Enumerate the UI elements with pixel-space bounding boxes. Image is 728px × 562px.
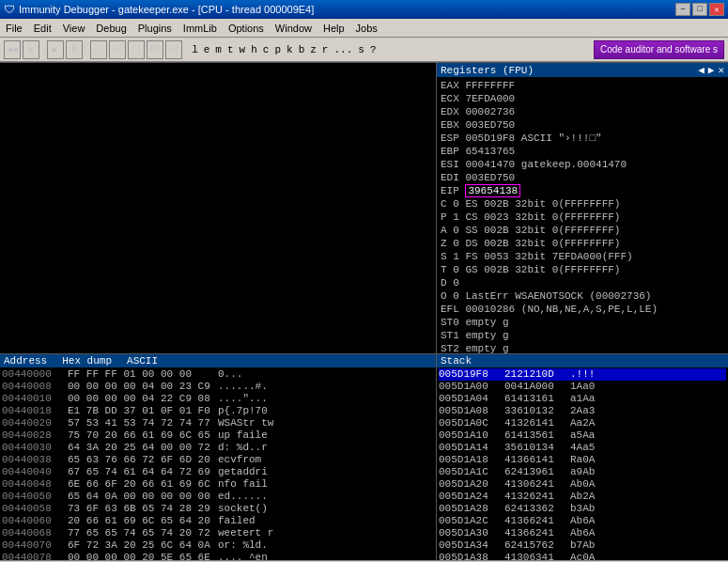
stack-row: 005D1A14356101344Aa5 xyxy=(439,442,726,454)
dump-row: 0044006877 65 65 74 65 74 20 72weetert r xyxy=(2,527,434,539)
stack-row: 005D1A08336101322Aa3 xyxy=(439,405,726,417)
toolbar-step[interactable]: ✕ xyxy=(23,40,39,59)
disassembly-panel[interactable] xyxy=(0,63,437,353)
stack-row: 005D1A000041A0001Aa0 xyxy=(439,381,726,393)
dump-row: 004400486E 66 6F 20 66 61 69 6Cnfo fail xyxy=(2,478,434,491)
stack-row: 005D1A3462415762b7Ab xyxy=(439,539,726,552)
toolbar-c: c xyxy=(261,44,271,55)
toolbar-l: l xyxy=(190,44,200,55)
fpu-line: ST2 empty g xyxy=(441,342,724,353)
dump-panel[interactable]: Address Hex dump ASCII 00440000FF FF FF … xyxy=(0,354,437,560)
stack-row: 005D1A3041366241Ab6A xyxy=(439,527,726,539)
toolbar-step-into[interactable]: ↓! xyxy=(90,40,107,59)
flag-line: Z 0 DS 002B 32bit 0(FFFFFFFF) xyxy=(441,237,724,250)
main-area: Registers (FPU) ◀ ▶ ✕ EAX FFFFFFFFECX 7E… xyxy=(0,62,728,353)
menu-item-window[interactable]: Window xyxy=(270,21,318,36)
toolbar-m: m xyxy=(213,44,224,55)
flag-line: T 0 GS 002B 32bit 0(FFFFFFFF) xyxy=(441,263,724,276)
dump-row: 00440018E1 7B DD 37 01 0F 01 F0p{.7p!70 xyxy=(2,405,434,417)
toolbar-w: w xyxy=(238,44,248,55)
stack-panel[interactable]: Stack 005D19F82121210D.!!!005D1A000041A0… xyxy=(437,354,728,560)
titlebar-title: Immunity Debugger - gatekeeper.exe - [CP… xyxy=(19,4,314,15)
register-line: EAX FFFFFFFF xyxy=(441,79,724,92)
toolbar-pause[interactable]: ⏸ xyxy=(66,40,83,59)
flag-line: EFL 00010286 (NO,NB,NE,A,S,PE,L,LE) xyxy=(441,303,724,316)
toolbar-q: ? xyxy=(368,44,379,55)
bottom-area: Address Hex dump ASCII 00440000FF FF FF … xyxy=(0,353,728,560)
dump-col-ascii: ASCII xyxy=(127,355,158,367)
register-line: EDI 003ED750 xyxy=(441,171,724,184)
register-line: ESI 00041470 gatekeep.00041470 xyxy=(441,158,724,171)
minimize-button[interactable]: − xyxy=(675,3,690,16)
dump-row: 00440000FF FF FF 01 00 00 000... xyxy=(2,368,434,381)
stack-row: 005D1A0C41326141Aa2A xyxy=(439,417,726,429)
stack-panel-header: Stack xyxy=(437,354,728,367)
toolbar-b: b xyxy=(297,44,307,55)
toolbar-trace[interactable]: ≡! xyxy=(147,40,163,59)
dump-row: 0044003865 63 76 66 72 6F 6D 20ecvfrom xyxy=(2,454,434,466)
dump-row: 0044002057 53 41 53 74 72 74 77WSAStr tw xyxy=(2,417,434,429)
dump-row: 0044004067 65 74 61 64 64 72 69getaddri xyxy=(2,466,434,478)
stack-header-label: Stack xyxy=(441,355,472,367)
flag-line: O 0 LastErr WSAENOTSOCK (00002736) xyxy=(441,289,724,303)
toolbar-e: e xyxy=(202,44,212,55)
dump-panel-header: Address Hex dump ASCII xyxy=(0,354,436,367)
flag-line: D 0 xyxy=(441,276,724,289)
stack-row: 005D1A2862413362b3Ab xyxy=(439,503,726,515)
dump-col-hex: Hex dump xyxy=(62,355,112,367)
toolbar-s: s xyxy=(356,44,366,55)
dump-row: 0044005873 6F 63 6B 65 74 28 29socket() xyxy=(2,503,434,515)
toolbar-step-over[interactable]: ↷! xyxy=(109,40,126,59)
registers-content: EAX FFFFFFFFECX 7EFDA000EDX 00002736EBX … xyxy=(437,77,728,353)
fpu-line: ST1 empty g xyxy=(441,329,724,342)
menu-item-debug[interactable]: Debug xyxy=(90,21,132,36)
menu-item-plugins[interactable]: Plugins xyxy=(132,21,178,36)
dump-panel-content: 00440000FF FF FF 01 00 00 000...00440008… xyxy=(0,367,436,560)
flag-line: P 1 CS 0023 32bit 0(FFFFFFFF) xyxy=(441,211,724,224)
toolbar-t: t xyxy=(225,44,236,55)
stack-panel-content: 005D19F82121210D.!!!005D1A000041A0001Aa0… xyxy=(437,367,728,560)
close-button[interactable]: ✕ xyxy=(709,3,724,16)
menu-item-help[interactable]: Help xyxy=(318,21,350,36)
maximize-button[interactable]: □ xyxy=(692,3,707,16)
registers-panel: Registers (FPU) ◀ ▶ ✕ EAX FFFFFFFFECX 7E… xyxy=(437,63,728,353)
titlebar: 🛡 Immunity Debugger - gatekeeper.exe - [… xyxy=(0,0,728,19)
flag-line: S 1 FS 0053 32bit 7EFDA000(FFF) xyxy=(441,250,724,263)
fpu-line: ST0 empty g xyxy=(441,316,724,329)
titlebar-left: 🛡 Immunity Debugger - gatekeeper.exe - [… xyxy=(4,3,314,17)
toolbar-r: r xyxy=(320,44,331,55)
dump-row: 0044001000 00 00 00 04 22 C9 08...."... xyxy=(2,393,434,405)
dump-row: 0044000800 00 00 00 04 00 23 C9......#. xyxy=(2,381,434,393)
dump-row: 0044003064 3A 20 25 64 00 00 72d: %d..r xyxy=(2,442,434,454)
register-line: EDX 00002736 xyxy=(441,105,724,118)
eip-line: EIP 39654138 xyxy=(441,184,724,197)
app-icon: 🛡 xyxy=(4,3,15,17)
stack-row: 005D19F82121210D.!!! xyxy=(439,368,726,381)
menu-item-edit[interactable]: Edit xyxy=(28,21,57,36)
dump-col-address: Address xyxy=(4,355,47,367)
menu-item-view[interactable]: View xyxy=(57,21,91,36)
toolbar-back[interactable]: ◀◀ xyxy=(4,40,21,59)
code-auditor-button[interactable]: Code auditor and software s xyxy=(594,40,724,59)
registers-title: Registers (FPU) xyxy=(441,65,534,76)
register-line: EBX 003ED750 xyxy=(441,118,724,132)
registers-nav: ◀ ▶ ✕ xyxy=(698,64,724,76)
toolbar-run[interactable]: ▶ xyxy=(47,40,64,59)
stack-row: 005D1A1841366141Ra0A xyxy=(439,454,726,466)
menu-item-file[interactable]: File xyxy=(0,21,28,36)
toolbar-z: z xyxy=(308,44,318,55)
dump-row: 0044002875 70 20 66 61 69 6C 65up faile xyxy=(2,429,434,442)
stack-row: 005D1A0461413161a1Aa xyxy=(439,393,726,405)
stack-row: 005D1A2441326241Ab2A xyxy=(439,491,726,503)
toolbar-goto[interactable]: →! xyxy=(165,40,182,59)
menu-item-immlib[interactable]: ImmLib xyxy=(178,21,223,36)
flag-line: C 0 ES 002B 32bit 0(FFFFFFFF) xyxy=(441,197,724,211)
stack-row: 005D1A2041306241Ab0A xyxy=(439,478,726,491)
toolbar-step-out[interactable]: ↑! xyxy=(128,40,145,59)
toolbar-h: h xyxy=(249,44,259,55)
menubar: FileEditViewDebugPluginsImmLibOptionsWin… xyxy=(0,19,728,38)
dump-row: 004400706F 72 3A 20 25 6C 64 0Aor: %ld. xyxy=(2,539,434,552)
menu-item-options[interactable]: Options xyxy=(223,21,270,36)
stack-row: 005D1A1061413561a5Aa xyxy=(439,429,726,442)
menu-item-jobs[interactable]: Jobs xyxy=(350,21,383,36)
